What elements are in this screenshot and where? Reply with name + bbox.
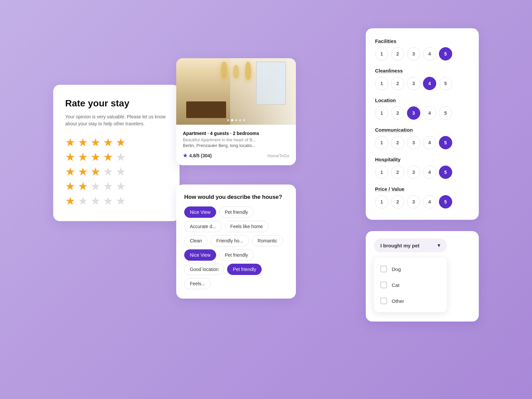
star-3-1[interactable]: ★ bbox=[65, 166, 75, 177]
star-5-3[interactable]: ★ bbox=[90, 195, 100, 206]
pet-option-other[interactable]: Other bbox=[374, 293, 447, 309]
price-value-btn-1[interactable]: 1 bbox=[375, 195, 388, 208]
location-btn-2[interactable]: 2 bbox=[391, 106, 404, 120]
star-4-5[interactable]: ★ bbox=[116, 181, 126, 192]
apartment-body: Apartment · 4 guests · 2 bedrooms Beauti… bbox=[176, 125, 296, 165]
facilities-btn-4[interactable]: 4 bbox=[423, 47, 436, 61]
star-3-2[interactable]: ★ bbox=[78, 166, 88, 177]
star-5-4[interactable]: ★ bbox=[103, 195, 113, 206]
tag-clean[interactable]: Clean bbox=[184, 235, 208, 246]
facilities-btn-3[interactable]: 3 bbox=[407, 47, 420, 61]
hospitality-btn-4[interactable]: 4 bbox=[423, 166, 436, 179]
tag-accurate[interactable]: Accurate d... bbox=[184, 221, 222, 232]
star-2-5[interactable]: ★ bbox=[116, 151, 126, 163]
stars-row-1[interactable]: ★ ★ ★ ★ ★ bbox=[65, 137, 168, 148]
tags-container: Nice View Pet friendly Accurate d... Fee… bbox=[184, 206, 288, 289]
price-value-btn-3[interactable]: 3 bbox=[407, 195, 420, 208]
facilities-btn-1[interactable]: 1 bbox=[375, 47, 388, 61]
apartment-type: Apartment · 4 guests · 2 bedrooms bbox=[183, 131, 289, 136]
price-value-btn-2[interactable]: 2 bbox=[391, 195, 404, 208]
location-section: Location 1 2 3 4 5 bbox=[375, 97, 469, 120]
facilities-card: Facilities 1 2 3 4 5 Cleanliness 1 2 3 4… bbox=[366, 28, 479, 220]
location-label: Location bbox=[375, 97, 469, 103]
communication-btn-2[interactable]: 2 bbox=[391, 136, 404, 149]
location-btn-4[interactable]: 4 bbox=[423, 106, 436, 120]
cat-checkbox[interactable] bbox=[380, 282, 387, 288]
cleanliness-btn-4[interactable]: 4 bbox=[423, 77, 436, 90]
location-btn-1[interactable]: 1 bbox=[375, 106, 388, 120]
dog-label: Dog bbox=[392, 266, 401, 272]
pet-option-dog[interactable]: Dog bbox=[374, 261, 447, 277]
pet-dropdown-label: I brought my pet bbox=[380, 243, 420, 248]
communication-btn-1[interactable]: 1 bbox=[375, 136, 388, 149]
star-3-5[interactable]: ★ bbox=[116, 166, 126, 177]
star-3-4[interactable]: ★ bbox=[103, 166, 113, 177]
communication-section: Communication 1 2 3 4 5 bbox=[375, 127, 469, 149]
tag-friendly-host[interactable]: Friendly ho... bbox=[211, 235, 249, 246]
tag-romantic[interactable]: Romantic bbox=[252, 235, 283, 246]
tag-good-location[interactable]: Good location bbox=[184, 264, 224, 275]
communication-btn-5[interactable]: 5 bbox=[439, 136, 452, 149]
star-4-1[interactable]: ★ bbox=[65, 181, 75, 192]
cleanliness-btn-1[interactable]: 1 bbox=[375, 77, 388, 90]
tag-pet-friendly-1[interactable]: Pet friendly bbox=[219, 206, 254, 218]
dog-checkbox[interactable] bbox=[380, 266, 387, 272]
image-dots bbox=[227, 119, 245, 121]
location-btn-3[interactable]: 3 bbox=[407, 106, 420, 120]
other-checkbox[interactable] bbox=[380, 298, 387, 304]
cleanliness-btn-2[interactable]: 2 bbox=[391, 77, 404, 90]
star-5-2[interactable]: ★ bbox=[78, 195, 88, 206]
chevron-down-icon: ▾ bbox=[438, 242, 440, 248]
stars-row-2[interactable]: ★ ★ ★ ★ ★ bbox=[65, 151, 168, 163]
pet-options-list: Dog Cat Other bbox=[374, 258, 447, 312]
tag-nice-view-2[interactable]: Nice View bbox=[184, 249, 216, 261]
tag-feels-like-home-1[interactable]: Feels like home bbox=[225, 221, 269, 232]
star-3-3[interactable]: ★ bbox=[90, 166, 100, 177]
pet-dropdown-trigger[interactable]: I brought my pet ▾ bbox=[374, 238, 447, 252]
stars-row-5[interactable]: ★ ★ ★ ★ ★ bbox=[65, 195, 168, 206]
apartment-rating: ★ 4.8/5 (304) bbox=[183, 153, 212, 159]
location-nums: 1 2 3 4 5 bbox=[375, 106, 469, 120]
star-5-1[interactable]: ★ bbox=[65, 195, 75, 206]
hospitality-nums: 1 2 3 4 5 bbox=[375, 166, 469, 179]
facilities-btn-2[interactable]: 2 bbox=[391, 47, 404, 61]
rating-star-icon: ★ bbox=[183, 153, 187, 159]
star-2-2[interactable]: ★ bbox=[78, 151, 88, 163]
hospitality-btn-5[interactable]: 5 bbox=[439, 166, 452, 179]
tag-nice-view-1[interactable]: Nice View bbox=[184, 206, 216, 218]
tag-feels[interactable]: Feels... bbox=[184, 278, 211, 289]
star-2-1[interactable]: ★ bbox=[65, 151, 75, 163]
hospitality-btn-2[interactable]: 2 bbox=[391, 166, 404, 179]
star-2-4[interactable]: ★ bbox=[103, 151, 113, 163]
facilities-btn-5[interactable]: 5 bbox=[439, 47, 452, 61]
tag-pet-friendly-3[interactable]: Pet friendly bbox=[227, 264, 262, 275]
star-1-4[interactable]: ★ bbox=[103, 137, 113, 148]
facilities-nums: 1 2 3 4 5 bbox=[375, 47, 469, 61]
location-btn-5[interactable]: 5 bbox=[439, 106, 452, 120]
cleanliness-btn-3[interactable]: 3 bbox=[407, 77, 420, 90]
price-value-btn-4[interactable]: 4 bbox=[423, 195, 436, 208]
facilities-label: Facilities bbox=[375, 38, 469, 44]
star-1-2[interactable]: ★ bbox=[78, 137, 88, 148]
pet-option-cat[interactable]: Cat bbox=[374, 277, 447, 293]
hospitality-btn-1[interactable]: 1 bbox=[375, 166, 388, 179]
tag-pet-friendly-2[interactable]: Pet friendly bbox=[219, 249, 254, 261]
dot-5 bbox=[243, 119, 245, 121]
price-value-btn-5[interactable]: 5 bbox=[439, 195, 452, 208]
star-4-2[interactable]: ★ bbox=[78, 181, 88, 192]
hospitality-btn-3[interactable]: 3 bbox=[407, 166, 420, 179]
communication-btn-3[interactable]: 3 bbox=[407, 136, 420, 149]
pet-card: I brought my pet ▾ Dog Cat Other bbox=[366, 231, 479, 322]
star-1-3[interactable]: ★ bbox=[90, 137, 100, 148]
star-5-5[interactable]: ★ bbox=[116, 195, 126, 206]
stars-row-3[interactable]: ★ ★ ★ ★ ★ bbox=[65, 166, 168, 177]
stars-row-4[interactable]: ★ ★ ★ ★ ★ bbox=[65, 181, 168, 192]
star-2-3[interactable]: ★ bbox=[90, 151, 100, 163]
star-1-1[interactable]: ★ bbox=[65, 137, 75, 148]
star-4-3[interactable]: ★ bbox=[90, 181, 100, 192]
cleanliness-btn-5[interactable]: 5 bbox=[439, 77, 452, 90]
star-1-5[interactable]: ★ bbox=[116, 137, 126, 148]
cleanliness-label: Cleanliness bbox=[375, 68, 469, 73]
star-4-4[interactable]: ★ bbox=[103, 181, 113, 192]
communication-btn-4[interactable]: 4 bbox=[423, 136, 436, 149]
